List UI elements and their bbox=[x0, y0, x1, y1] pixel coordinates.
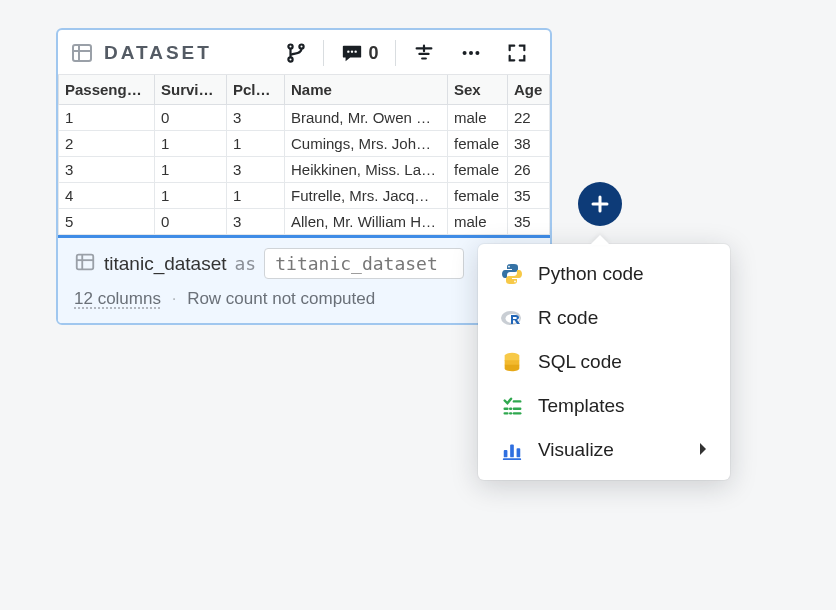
menu-label: Visualize bbox=[538, 439, 614, 461]
column-header[interactable]: Survived bbox=[155, 75, 227, 105]
alias-input[interactable] bbox=[264, 248, 464, 279]
table-cell: 22 bbox=[508, 105, 550, 131]
svg-point-5 bbox=[299, 44, 303, 48]
rowcount-label: Row count not computed bbox=[187, 289, 375, 308]
data-table-wrap: PassengerIdSurvivedPclassNameSexAge 103B… bbox=[58, 75, 550, 238]
table-cell: 1 bbox=[227, 183, 285, 209]
svg-point-8 bbox=[355, 50, 357, 52]
footer-status: 12 columns · Row count not computed bbox=[74, 289, 534, 309]
table-icon bbox=[70, 41, 94, 65]
svg-point-15 bbox=[475, 51, 479, 55]
menu-item-visualize[interactable]: Visualize bbox=[478, 428, 730, 472]
svg-rect-32 bbox=[510, 445, 514, 458]
table-cell: female bbox=[448, 157, 508, 183]
menu-item-python[interactable]: Python code bbox=[478, 252, 730, 296]
filter-button[interactable] bbox=[402, 38, 446, 68]
table-cell: Allen, Mr. William H… bbox=[285, 209, 448, 235]
column-header[interactable]: Age bbox=[508, 75, 550, 105]
table-cell: 35 bbox=[508, 209, 550, 235]
table-cell: 0 bbox=[155, 105, 227, 131]
table-cell: Braund, Mr. Owen … bbox=[285, 105, 448, 131]
divider bbox=[323, 40, 325, 66]
chevron-right-icon bbox=[698, 439, 708, 461]
card-header: DATASET 0 bbox=[58, 30, 550, 75]
table-cell: male bbox=[448, 209, 508, 235]
menu-item-templates[interactable]: Templates bbox=[478, 384, 730, 428]
table-cell: 5 bbox=[59, 209, 155, 235]
table-cell: Heikkinen, Miss. La… bbox=[285, 157, 448, 183]
svg-point-4 bbox=[288, 57, 292, 61]
columns-link[interactable]: 12 columns bbox=[74, 289, 161, 308]
menu-label: Python code bbox=[538, 263, 644, 285]
table-cell: 1 bbox=[227, 131, 285, 157]
table-row[interactable]: 411Futrelle, Mrs. Jacq…female35 bbox=[59, 183, 550, 209]
expand-button[interactable] bbox=[496, 38, 538, 68]
table-row[interactable]: 211Cumings, Mrs. Joh…female38 bbox=[59, 131, 550, 157]
sql-icon bbox=[500, 350, 524, 374]
svg-rect-0 bbox=[73, 45, 91, 61]
table-cell: 3 bbox=[227, 209, 285, 235]
column-header[interactable]: PassengerId bbox=[59, 75, 155, 105]
separator: · bbox=[172, 289, 177, 308]
table-cell: 35 bbox=[508, 183, 550, 209]
svg-point-14 bbox=[469, 51, 473, 55]
menu-label: R code bbox=[538, 307, 598, 329]
menu-item-sql[interactable]: SQL code bbox=[478, 340, 730, 384]
svg-rect-31 bbox=[504, 450, 508, 457]
visualize-icon bbox=[500, 438, 524, 462]
svg-point-7 bbox=[351, 50, 353, 52]
column-header[interactable]: Name bbox=[285, 75, 448, 105]
svg-point-3 bbox=[288, 44, 292, 48]
table-cell: 1 bbox=[59, 105, 155, 131]
python-icon bbox=[500, 262, 524, 286]
comments-button[interactable]: 0 bbox=[330, 38, 388, 68]
table-cell: Futrelle, Mrs. Jacq… bbox=[285, 183, 448, 209]
menu-item-r[interactable]: R code bbox=[478, 296, 730, 340]
data-table: PassengerIdSurvivedPclassNameSexAge 103B… bbox=[58, 75, 550, 235]
r-icon bbox=[500, 306, 524, 330]
table-cell: female bbox=[448, 183, 508, 209]
templates-icon bbox=[500, 394, 524, 418]
table-cell: 26 bbox=[508, 157, 550, 183]
menu-label: SQL code bbox=[538, 351, 622, 373]
column-header[interactable]: Sex bbox=[448, 75, 508, 105]
table-row[interactable]: 503Allen, Mr. William H…male35 bbox=[59, 209, 550, 235]
table-cell: 1 bbox=[155, 157, 227, 183]
as-keyword: as bbox=[235, 253, 257, 274]
dataset-name: titanic_dataset bbox=[104, 253, 227, 275]
table-row[interactable]: 103Braund, Mr. Owen …male22 bbox=[59, 105, 550, 131]
svg-point-21 bbox=[508, 266, 510, 268]
table-cell: Cumings, Mrs. Joh… bbox=[285, 131, 448, 157]
svg-rect-33 bbox=[517, 448, 521, 457]
branch-button[interactable] bbox=[275, 38, 317, 68]
table-cell: female bbox=[448, 131, 508, 157]
table-cell: 3 bbox=[227, 157, 285, 183]
table-icon bbox=[74, 251, 96, 277]
svg-rect-16 bbox=[77, 254, 94, 269]
column-header[interactable]: Pclass bbox=[227, 75, 285, 105]
svg-point-22 bbox=[514, 281, 516, 283]
divider bbox=[395, 40, 397, 66]
table-cell: 1 bbox=[155, 183, 227, 209]
card-title: DATASET bbox=[104, 42, 212, 64]
card-footer: titanic_dataset as 12 columns · Row coun… bbox=[58, 238, 550, 323]
menu-label: Templates bbox=[538, 395, 625, 417]
table-cell: 4 bbox=[59, 183, 155, 209]
table-cell: 1 bbox=[155, 131, 227, 157]
svg-point-6 bbox=[348, 50, 350, 52]
more-button[interactable] bbox=[450, 38, 492, 68]
table-cell: 2 bbox=[59, 131, 155, 157]
svg-rect-34 bbox=[503, 458, 521, 460]
table-row[interactable]: 313Heikkinen, Miss. La…female26 bbox=[59, 157, 550, 183]
comment-count: 0 bbox=[368, 43, 378, 64]
table-cell: 0 bbox=[155, 209, 227, 235]
table-cell: 3 bbox=[59, 157, 155, 183]
table-cell: 38 bbox=[508, 131, 550, 157]
table-cell: 3 bbox=[227, 105, 285, 131]
add-menu: Python code R code SQL code bbox=[478, 244, 730, 480]
dataset-alias-row: titanic_dataset as bbox=[74, 248, 534, 279]
svg-point-13 bbox=[463, 51, 467, 55]
add-button[interactable] bbox=[578, 182, 622, 226]
table-cell: male bbox=[448, 105, 508, 131]
